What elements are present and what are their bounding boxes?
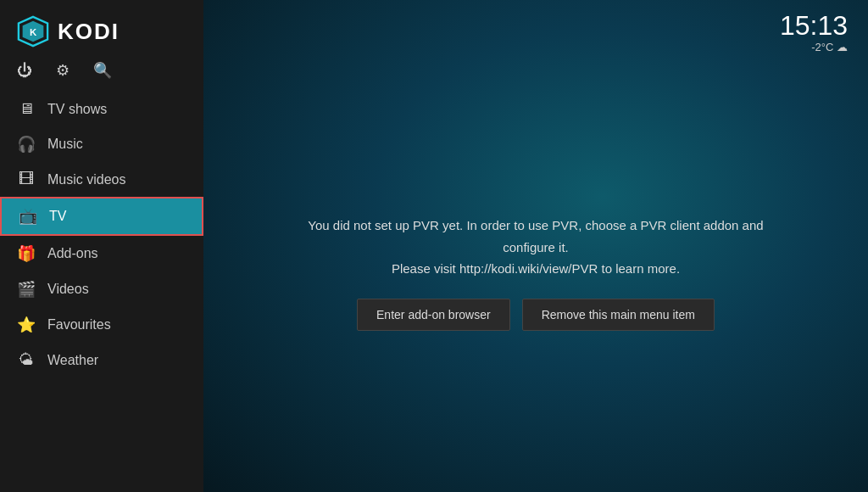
- search-icon[interactable]: 🔍: [93, 61, 112, 80]
- pvr-message-line2: Please visit http://kodi.wiki/view/PVR t…: [392, 261, 680, 276]
- enter-addon-browser-button[interactable]: Enter add-on browser: [357, 299, 510, 331]
- sidebar-item-videos[interactable]: 🎬 Videos: [0, 271, 203, 307]
- favourites-icon: ⭐: [17, 316, 36, 334]
- addons-icon: 🎁: [17, 244, 36, 263]
- settings-icon[interactable]: ⚙: [56, 61, 70, 80]
- top-icons-bar: ⏻ ⚙ 🔍: [0, 56, 203, 92]
- sidebar-item-label: TV shows: [47, 102, 107, 117]
- pvr-message-area: You did not set up PVR yet. In order to …: [203, 53, 868, 492]
- sidebar-item-weather[interactable]: 🌤 Weather: [0, 343, 203, 377]
- sidebar-item-tv-shows[interactable]: 🖥 TV shows: [0, 92, 203, 126]
- sidebar-item-add-ons[interactable]: 🎁 Add-ons: [0, 236, 203, 271]
- sidebar-item-label: Videos: [47, 282, 89, 297]
- sidebar-item-label: Add-ons: [47, 246, 98, 261]
- logo-area: K KODI: [0, 0, 203, 56]
- clock-area: 15:13 -2°C ☁: [780, 12, 848, 53]
- videos-icon: 🎬: [17, 280, 36, 299]
- music-videos-icon: 🎞: [17, 171, 36, 188]
- weather-icon: 🌤: [17, 351, 36, 369]
- sidebar-item-label: Music: [47, 137, 83, 152]
- kodi-logo-icon: K: [17, 15, 49, 48]
- pvr-buttons: Enter add-on browser Remove this main me…: [357, 299, 715, 331]
- sidebar-item-tv[interactable]: 📺 TV: [0, 197, 203, 236]
- sidebar-item-music[interactable]: 🎧 Music: [0, 126, 203, 162]
- sidebar-item-label: TV: [49, 209, 66, 224]
- pvr-message-text: You did not set up PVR yet. In order to …: [281, 215, 790, 280]
- main-content: 15:13 -2°C ☁ You did not set up PVR yet.…: [203, 0, 868, 492]
- music-icon: 🎧: [17, 135, 36, 154]
- sidebar-item-music-videos[interactable]: 🎞 Music videos: [0, 162, 203, 197]
- sidebar-item-label: Weather: [47, 353, 98, 368]
- tv-icon: 📺: [19, 207, 37, 226]
- sidebar-item-label: Music videos: [47, 172, 125, 187]
- top-bar: 15:13 -2°C ☁: [203, 0, 868, 53]
- sidebar: K KODI ⏻ ⚙ 🔍 🖥 TV shows 🎧 Music 🎞 Music …: [0, 0, 203, 492]
- app-title: KODI: [58, 19, 120, 45]
- pvr-message-line1: You did not set up PVR yet. In order to …: [308, 218, 763, 254]
- sidebar-item-label: Favourites: [47, 317, 111, 333]
- svg-text:K: K: [30, 27, 37, 37]
- remove-menu-item-button[interactable]: Remove this main menu item: [522, 299, 715, 331]
- clock-time: 15:13: [780, 12, 848, 39]
- tv-shows-icon: 🖥: [17, 100, 36, 118]
- main-nav: 🖥 TV shows 🎧 Music 🎞 Music videos 📺 TV 🎁…: [0, 92, 203, 377]
- weather-info: -2°C ☁: [780, 41, 848, 53]
- sidebar-item-favourites[interactable]: ⭐ Favourites: [0, 307, 203, 343]
- power-icon[interactable]: ⏻: [17, 62, 32, 80]
